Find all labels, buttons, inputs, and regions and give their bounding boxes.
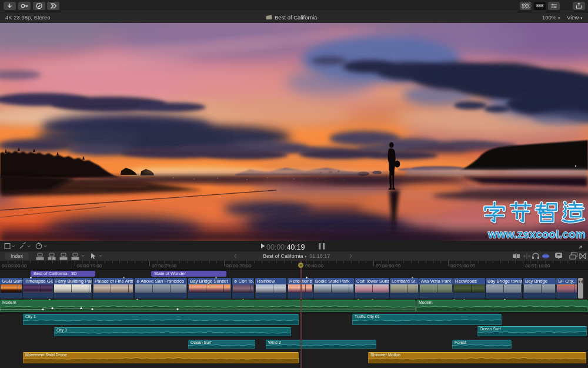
svg-text:www.zsxcool.com: www.zsxcool.com <box>487 228 586 240</box>
